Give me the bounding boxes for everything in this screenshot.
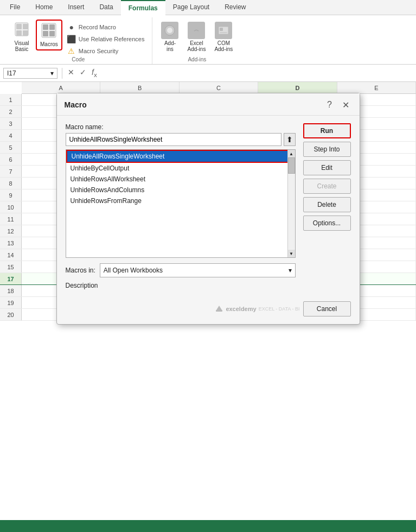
dialog-right-panel: Run Step Into Edit Create Delete Options… — [303, 123, 351, 289]
dialog-title: Macro — [65, 100, 87, 109]
add-ins-button[interactable]: Add-ins — [158, 20, 182, 54]
macro-list-item-2[interactable]: UnhideRowsAllWorksheet — [66, 174, 295, 185]
ribbon-group-addins: Add-ins ExcelAdd-ins — [152, 17, 241, 64]
macro-list: UnhideAllRowsSingleWorksheet UnhideByCel… — [66, 149, 296, 258]
formula-bar: I17 ▾ ✕ ✓ fx — [0, 65, 416, 82]
insert-function-icon[interactable]: fx — [91, 67, 98, 79]
step-into-button[interactable]: Step Into — [303, 142, 351, 157]
description-label: Description — [66, 282, 296, 289]
excel-add-ins-button[interactable]: ExcelAdd-ins — [184, 20, 209, 54]
addins-group-label: Add-ins — [188, 56, 206, 64]
tab-review[interactable]: Review — [217, 0, 253, 15]
macros-label: Macros — [40, 41, 58, 47]
macros-in-value: All Open Workbooks — [104, 267, 163, 274]
dialog-help-button[interactable]: ? — [324, 99, 336, 111]
visual-basic-button[interactable]: VisualBasic — [10, 20, 34, 54]
macro-name-row: ⬆ — [66, 133, 296, 146]
name-box[interactable]: I17 ▾ — [3, 68, 57, 79]
options-button[interactable]: Options... — [303, 216, 351, 231]
com-add-ins-button[interactable]: COMAdd-ins — [211, 20, 236, 54]
svg-rect-8 — [43, 31, 48, 36]
macro-list-item-0[interactable]: UnhideAllRowsSingleWorksheet — [66, 150, 295, 163]
relative-references-button[interactable]: ⬛ Use Relative References — [65, 34, 147, 45]
tab-file[interactable]: File — [2, 0, 28, 15]
add-ins-icon — [161, 22, 178, 39]
cancel-button[interactable]: Cancel — [303, 301, 351, 316]
dialog-overlay: Macro ? ✕ Macro name: ⬆ UnhideA — [0, 82, 416, 532]
svg-rect-3 — [16, 30, 22, 36]
record-macro-button[interactable]: ● Record Macro — [65, 22, 147, 33]
com-add-ins-icon — [215, 22, 232, 39]
svg-rect-7 — [49, 24, 55, 30]
svg-rect-16 — [220, 28, 223, 31]
macro-list-item-4[interactable]: UnhideRowsFromRange — [66, 195, 295, 206]
formula-bar-divider — [62, 68, 62, 79]
status-bar — [0, 520, 416, 532]
tab-insert[interactable]: Insert — [60, 0, 92, 15]
svg-marker-19 — [216, 306, 222, 310]
create-button[interactable]: Create — [303, 179, 351, 194]
macros-icon — [41, 23, 56, 40]
watermark-subtext: EXCEL - DATA - BI — [259, 306, 300, 312]
code-group-label: Code — [72, 56, 85, 64]
dialog-body: Macro name: ⬆ UnhideAllRowsSingleWorkshe… — [57, 116, 360, 297]
excel-add-ins-label: ExcelAdd-ins — [187, 40, 206, 52]
macros-in-select[interactable]: All Open Workbooks ▾ — [100, 263, 296, 277]
macros-in-dropdown-icon: ▾ — [289, 267, 292, 274]
macro-dialog: Macro ? ✕ Macro name: ⬆ UnhideA — [56, 93, 360, 325]
macro-security-button[interactable]: ⚠ Macro Security — [65, 46, 147, 56]
add-ins-label: Add-ins — [164, 40, 176, 52]
dialog-left-panel: Macro name: ⬆ UnhideAllRowsSingleWorkshe… — [66, 123, 296, 289]
macro-name-input[interactable] — [66, 133, 281, 146]
ribbon-group-code-items: VisualBasic Macros — [10, 17, 146, 56]
svg-point-13 — [193, 31, 196, 34]
svg-point-11 — [167, 28, 172, 33]
name-box-dropdown-icon[interactable]: ▾ — [50, 69, 54, 77]
dialog-footer: exceldemy EXCEL - DATA - BI Cancel — [57, 297, 360, 324]
edit-button[interactable]: Edit — [303, 160, 351, 175]
tab-formulas[interactable]: Formulas — [121, 0, 165, 15]
svg-rect-18 — [216, 310, 222, 312]
ribbon-group-code: VisualBasic Macros — [4, 17, 152, 64]
cell-reference: I17 — [7, 69, 16, 77]
svg-rect-2 — [23, 24, 28, 29]
ribbon: File Home Insert Data Formulas Page Layo… — [0, 0, 416, 65]
ribbon-group-addins-items: Add-ins ExcelAdd-ins — [158, 17, 236, 56]
watermark-icon — [215, 305, 223, 313]
ribbon-small-group-code: ● Record Macro ⬛ Use Relative References… — [65, 20, 147, 56]
tab-data[interactable]: Data — [92, 0, 120, 15]
visual-basic-icon — [14, 22, 29, 39]
delete-button[interactable]: Delete — [303, 197, 351, 212]
com-add-ins-label: COMAdd-ins — [214, 40, 233, 52]
svg-rect-9 — [49, 31, 55, 36]
svg-rect-1 — [16, 24, 22, 29]
dialog-title-icons: ? ✕ — [324, 99, 352, 111]
svg-point-14 — [197, 31, 200, 34]
cancel-edit-icon[interactable]: ✕ — [67, 67, 75, 79]
svg-rect-4 — [23, 30, 28, 36]
formula-input[interactable] — [100, 68, 413, 78]
relative-references-label: Use Relative References — [79, 36, 145, 42]
visual-basic-label: VisualBasic — [14, 40, 29, 52]
macro-list-item-3[interactable]: UnhideRowsAndColumns — [66, 185, 295, 195]
svg-rect-17 — [220, 32, 227, 33]
macro-name-field-label: Macro name: — [66, 123, 296, 131]
macro-list-item-1[interactable]: UnhideByCellOutput — [66, 163, 295, 174]
macros-button[interactable]: Macros — [36, 20, 62, 50]
macros-in-row: Macros in: All Open Workbooks ▾ — [66, 263, 296, 277]
confirm-edit-icon[interactable]: ✓ — [79, 67, 87, 79]
ribbon-tab-bar: File Home Insert Data Formulas Page Layo… — [0, 0, 416, 15]
macro-security-label: Macro Security — [79, 48, 118, 54]
macro-sort-button[interactable]: ⬆ — [284, 133, 296, 146]
run-button[interactable]: Run — [303, 123, 351, 138]
tab-home[interactable]: Home — [28, 0, 60, 15]
tab-page-layout[interactable]: Page Layout — [165, 0, 217, 15]
svg-rect-6 — [43, 24, 48, 30]
macros-in-label: Macros in: — [66, 267, 95, 274]
spreadsheet-area: A B C D E 1 2 3 4 5 6 7 8 9 10 11 12 13 … — [0, 82, 416, 532]
svg-point-12 — [195, 27, 198, 30]
dialog-close-button[interactable]: ✕ — [340, 99, 352, 111]
macro-security-icon: ⚠ — [67, 47, 76, 55]
ribbon-content: VisualBasic Macros — [0, 15, 416, 64]
excel-add-ins-icon — [188, 22, 205, 39]
